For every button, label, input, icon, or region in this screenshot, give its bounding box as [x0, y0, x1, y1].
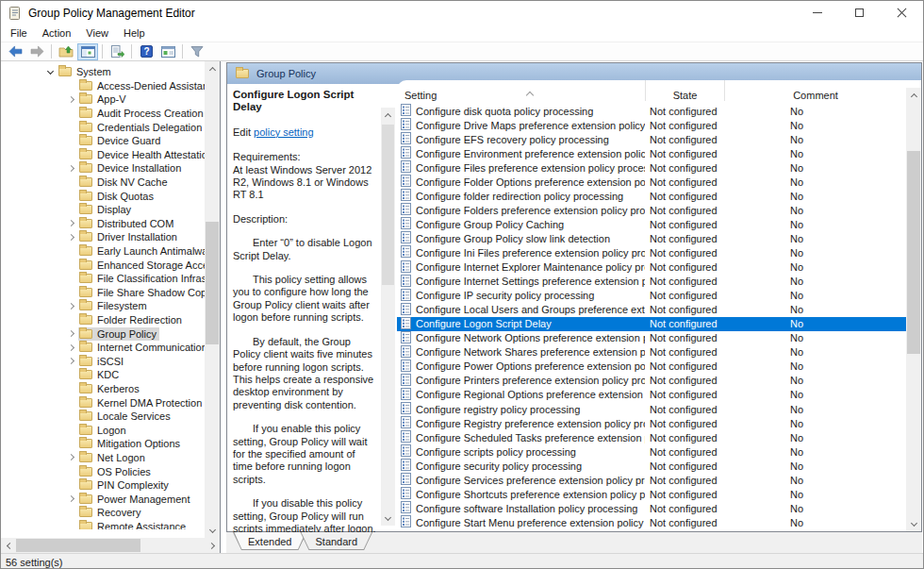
tree-item-mitigation-options[interactable]: Mitigation Options — [1, 437, 205, 451]
tree-vertical-scrollbar[interactable] — [205, 61, 220, 538]
menu-action[interactable]: Action — [35, 25, 79, 41]
export-list-icon[interactable] — [107, 43, 127, 60]
tree-item-audit-process-creation[interactable]: Audit Process Creation — [1, 107, 205, 121]
menu-view[interactable]: View — [78, 25, 116, 41]
tree-horizontal-scrollbar[interactable] — [1, 538, 220, 553]
edit-policy-setting-link[interactable]: policy setting — [254, 126, 314, 138]
tree-item-enhanced-storage-access[interactable]: Enhanced Storage Access — [1, 258, 205, 272]
tree-item-locale-services[interactable]: Locale Services — [1, 410, 205, 424]
setting-row-configure-logon-script-delay[interactable]: Configure Logon Script DelayNot configur… — [397, 317, 906, 331]
chevron-right-icon[interactable] — [63, 235, 78, 240]
setting-row-configure-drive-maps-preference-extension-policy-processing[interactable]: Configure Drive Maps preference extensio… — [397, 118, 906, 132]
setting-row-configure-group-policy-caching[interactable]: Configure Group Policy CachingNot config… — [397, 217, 906, 231]
setting-row-configure-folder-options-preference-extension-policy-proce[interactable]: Configure Folder Options preference exte… — [397, 175, 906, 189]
setting-row-configure-start-menu-preference-extension-policy-processing[interactable]: Configure Start Menu preference extensio… — [397, 515, 906, 529]
scroll-down-arrow[interactable] — [205, 523, 220, 538]
setting-row-configure-efs-recovery-policy-processing[interactable]: Configure EFS recovery policy processing… — [397, 132, 906, 146]
up-one-level-icon[interactable] — [56, 43, 76, 60]
tree-item-credentials-delegation[interactable]: Credentials Delegation — [1, 120, 205, 134]
scroll-up-arrow[interactable] — [381, 108, 395, 123]
chevron-right-icon[interactable] — [63, 166, 78, 171]
setting-row-configure-printers-preference-extension-policy-processing[interactable]: Configure Printers preference extension … — [397, 374, 906, 388]
setting-row-configure-shortcuts-preference-extension-policy-processing[interactable]: Configure Shortcuts preference extension… — [397, 487, 906, 501]
setting-row-configure-scripts-policy-processing[interactable]: Configure scripts policy processingNot c… — [397, 444, 906, 459]
tree-item-net-logon[interactable]: Net Logon — [1, 451, 205, 465]
column-header-comment[interactable]: Comment — [725, 90, 906, 101]
tree-item-distributed-com[interactable]: Distributed COM — [1, 217, 205, 231]
setting-row-configure-security-policy-processing[interactable]: Configure security policy processingNot … — [397, 459, 906, 473]
back-icon[interactable] — [5, 43, 25, 60]
tree-item-folder-redirection[interactable]: Folder Redirection — [1, 313, 205, 327]
setting-row-configure-folders-preference-extension-policy-processing[interactable]: Configure Folders preference extension p… — [397, 203, 906, 217]
filter-icon[interactable] — [187, 43, 207, 60]
scroll-left-arrow[interactable] — [1, 538, 16, 553]
setting-row-configure-ip-security-policy-processing[interactable]: Configure IP security policy processingN… — [397, 289, 906, 303]
setting-row-configure-group-policy-slow-link-detection[interactable]: Configure Group Policy slow link detecti… — [397, 231, 906, 245]
menu-help[interactable]: Help — [116, 25, 153, 41]
tree-item-disk-nv-cache[interactable]: Disk NV Cache — [1, 176, 205, 190]
tree-item-logon[interactable]: Logon — [1, 423, 205, 437]
description-scrollbar[interactable] — [381, 108, 395, 526]
show-window-icon[interactable] — [157, 43, 178, 60]
tree-item-display[interactable]: Display — [1, 203, 205, 217]
help-icon[interactable]: ? — [136, 43, 157, 60]
chevron-right-icon[interactable] — [63, 221, 78, 226]
scroll-up-arrow[interactable] — [906, 88, 921, 103]
tree-item-group-policy[interactable]: Group Policy — [1, 326, 205, 341]
tree-item-remote-assistance[interactable]: Remote Assistance — [1, 520, 205, 529]
chevron-right-icon[interactable] — [63, 97, 78, 102]
tree-item-internet-communication-man[interactable]: Internet Communication Man — [1, 341, 205, 355]
setting-row-configure-environment-preference-extension-policy-processi[interactable]: Configure Environment preference extensi… — [397, 146, 906, 160]
show-console-tree-icon[interactable] — [77, 43, 98, 60]
tree-item-access-denied-assistance[interactable]: Access-Denied Assistance — [1, 79, 205, 93]
chevron-right-icon[interactable] — [63, 345, 78, 350]
setting-row-configure-internet-explorer-maintenance-policy-processing[interactable]: Configure Internet Explorer Maintenance … — [397, 260, 906, 275]
scroll-down-arrow[interactable] — [906, 516, 921, 531]
setting-row-configure-regional-options-preference-extension-policy-pro[interactable]: Configure Regional Options preference ex… — [397, 388, 906, 402]
tree-item-device-installation[interactable]: Device Installation — [1, 161, 205, 176]
scrollbar-thumb[interactable] — [382, 125, 394, 285]
tree-item-filesystem[interactable]: Filesystem — [1, 299, 205, 313]
setting-row-configure-registry-preference-extension-policy-processing[interactable]: Configure Registry preference extension … — [397, 416, 906, 430]
chevron-right-icon[interactable] — [63, 359, 78, 363]
tree-item-os-policies[interactable]: OS Policies — [1, 464, 205, 478]
close-button[interactable] — [881, 1, 923, 25]
chevron-right-icon[interactable] — [63, 496, 78, 501]
chevron-down-icon[interactable] — [42, 71, 58, 74]
setting-row-configure-network-options-preference-extension-policy-pro[interactable]: Configure Network Options preference ext… — [397, 331, 906, 345]
setting-row-configure-power-options-preference-extension-policy-proce[interactable]: Configure Power Options preference exten… — [397, 360, 906, 374]
tree-item-system[interactable]: System — [1, 65, 205, 79]
tree-item-kerberos[interactable]: Kerberos — [1, 382, 205, 396]
column-header-state[interactable]: State — [645, 80, 725, 101]
tree-item-kdc[interactable]: KDC — [1, 368, 205, 382]
list-vertical-scrollbar[interactable] — [906, 88, 921, 531]
tree-item-early-launch-antimalware[interactable]: Early Launch Antimalware — [1, 244, 205, 259]
tree-item-pin-complexity[interactable]: PIN Complexity — [1, 478, 205, 493]
tree-item-iscsi[interactable]: iSCSI — [1, 354, 205, 368]
scroll-up-arrow[interactable] — [205, 61, 220, 76]
tree-item-disk-quotas[interactable]: Disk Quotas — [1, 189, 205, 203]
chevron-right-icon[interactable] — [63, 331, 78, 336]
scrollbar-thumb[interactable] — [16, 539, 140, 552]
minimize-button[interactable] — [796, 1, 838, 25]
tree-item-file-classification-infrastructur[interactable]: File Classification Infrastructur — [1, 272, 205, 286]
maximize-button[interactable] — [838, 1, 881, 25]
setting-row-configure-folder-redirection-policy-processing[interactable]: Configure folder redirection policy proc… — [397, 189, 906, 203]
tree-item-recovery[interactable]: Recovery — [1, 506, 205, 520]
setting-row-configure-software-installation-policy-processing[interactable]: Configure software Installation policy p… — [397, 501, 906, 515]
chevron-right-icon[interactable] — [63, 304, 78, 309]
setting-row-configure-services-preference-extension-policy-processing[interactable]: Configure Services preference extension … — [397, 473, 906, 487]
setting-row-configure-internet-settings-preference-extension-policy-proc[interactable]: Configure Internet Settings preference e… — [397, 275, 906, 289]
tab-standard[interactable]: Standard — [300, 532, 372, 550]
scroll-down-arrow[interactable] — [381, 510, 395, 526]
column-header-setting[interactable]: Setting — [397, 90, 645, 101]
setting-row-configure-ini-files-preference-extension-policy-processing[interactable]: Configure Ini Files preference extension… — [397, 245, 906, 259]
setting-row-configure-local-users-and-groups-preference-extension-poli[interactable]: Configure Local Users and Groups prefere… — [397, 303, 906, 317]
tree-item-driver-installation[interactable]: Driver Installation — [1, 230, 205, 244]
setting-row-configure-network-shares-preference-extension-policy-proc[interactable]: Configure Network Shares preference exte… — [397, 345, 906, 360]
scroll-right-arrow[interactable] — [205, 538, 220, 553]
scrollbar-thumb[interactable] — [206, 222, 219, 344]
menu-file[interactable]: File — [3, 25, 35, 41]
setting-row-configure-disk-quota-policy-processing[interactable]: Configure disk quota policy processingNo… — [397, 104, 906, 118]
forward-icon[interactable] — [26, 43, 47, 60]
